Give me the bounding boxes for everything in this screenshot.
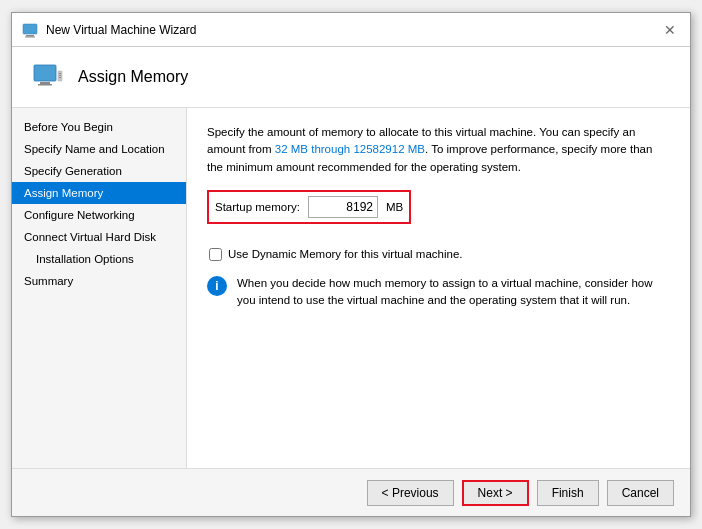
sidebar-item-configure-networking[interactable]: Configure Networking [12, 204, 186, 226]
startup-memory-input[interactable] [308, 196, 378, 218]
title-bar-left: New Virtual Machine Wizard [22, 22, 197, 38]
header-icon [32, 61, 64, 93]
title-bar: New Virtual Machine Wizard ✕ [12, 13, 690, 47]
sidebar-item-connect-virtual-hard-disk[interactable]: Connect Virtual Hard Disk [12, 226, 186, 248]
sidebar-item-installation-options[interactable]: Installation Options [12, 248, 186, 270]
dynamic-memory-checkbox[interactable] [209, 248, 222, 261]
sidebar-item-specify-name-and-location[interactable]: Specify Name and Location [12, 138, 186, 160]
sidebar-item-before-you-begin[interactable]: Before You Begin [12, 116, 186, 138]
svg-rect-3 [34, 65, 56, 81]
svg-rect-0 [23, 24, 37, 34]
startup-memory-row-wrapper: Startup memory: MB [207, 190, 670, 236]
page-title: Assign Memory [78, 68, 188, 86]
next-button[interactable]: Next > [462, 480, 529, 506]
sidebar-item-assign-memory[interactable]: Assign Memory [12, 182, 186, 204]
svg-rect-1 [26, 35, 34, 37]
wizard-header: Assign Memory [12, 47, 690, 108]
startup-memory-row: Startup memory: MB [207, 190, 411, 224]
info-text: When you decide how much memory to assig… [237, 275, 670, 310]
close-button[interactable]: ✕ [660, 20, 680, 40]
startup-memory-label: Startup memory: [215, 201, 300, 213]
dynamic-memory-label[interactable]: Use Dynamic Memory for this virtual mach… [228, 248, 463, 260]
sidebar: Before You BeginSpecify Name and Locatio… [12, 108, 187, 468]
footer: < Previous Next > Finish Cancel [12, 468, 690, 516]
svg-rect-7 [59, 73, 61, 74]
info-box: i When you decide how much memory to ass… [207, 275, 670, 310]
sidebar-item-specify-generation[interactable]: Specify Generation [12, 160, 186, 182]
svg-rect-2 [25, 36, 35, 37]
finish-button[interactable]: Finish [537, 480, 599, 506]
description-text: Specify the amount of memory to allocate… [207, 124, 670, 176]
sidebar-item-summary[interactable]: Summary [12, 270, 186, 292]
window-icon [22, 22, 38, 38]
cancel-button[interactable]: Cancel [607, 480, 674, 506]
svg-rect-8 [59, 75, 61, 76]
memory-unit: MB [386, 201, 403, 213]
content-area: Before You BeginSpecify Name and Locatio… [12, 108, 690, 468]
window-title: New Virtual Machine Wizard [46, 23, 197, 37]
wizard-window: New Virtual Machine Wizard ✕ Assign Memo… [11, 12, 691, 517]
svg-rect-4 [40, 82, 50, 84]
main-content: Specify the amount of memory to allocate… [187, 108, 690, 468]
svg-rect-5 [38, 84, 52, 86]
svg-rect-9 [59, 77, 61, 78]
info-icon: i [207, 276, 227, 296]
previous-button[interactable]: < Previous [367, 480, 454, 506]
dynamic-memory-row: Use Dynamic Memory for this virtual mach… [209, 248, 670, 261]
